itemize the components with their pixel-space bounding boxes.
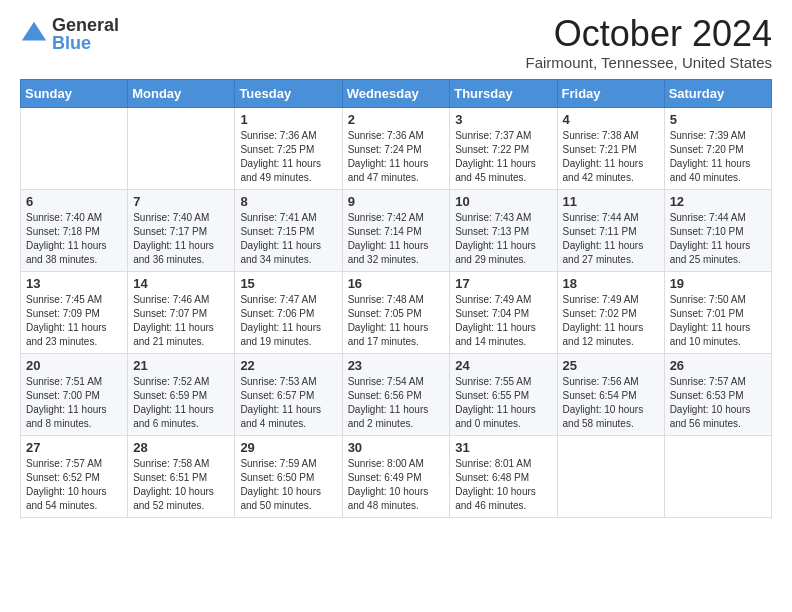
day-detail: Sunrise: 7:40 AM Sunset: 7:18 PM Dayligh… [26,211,122,267]
day-detail: Sunrise: 7:39 AM Sunset: 7:20 PM Dayligh… [670,129,766,185]
day-detail: Sunrise: 7:36 AM Sunset: 7:25 PM Dayligh… [240,129,336,185]
calendar-day-cell: 29Sunrise: 7:59 AM Sunset: 6:50 PM Dayli… [235,436,342,518]
day-header-monday: Monday [128,80,235,108]
page-header: General Blue October 2024 Fairmount, Ten… [20,16,772,71]
day-header-tuesday: Tuesday [235,80,342,108]
calendar-day-cell: 1Sunrise: 7:36 AM Sunset: 7:25 PM Daylig… [235,108,342,190]
calendar-week-row: 27Sunrise: 7:57 AM Sunset: 6:52 PM Dayli… [21,436,772,518]
location-subtitle: Fairmount, Tennessee, United States [525,54,772,71]
logo-general-text: General [52,16,119,34]
day-number: 30 [348,440,445,455]
calendar-day-cell: 21Sunrise: 7:52 AM Sunset: 6:59 PM Dayli… [128,354,235,436]
day-number: 12 [670,194,766,209]
day-number: 22 [240,358,336,373]
day-header-saturday: Saturday [664,80,771,108]
day-detail: Sunrise: 7:55 AM Sunset: 6:55 PM Dayligh… [455,375,551,431]
calendar-day-cell: 7Sunrise: 7:40 AM Sunset: 7:17 PM Daylig… [128,190,235,272]
calendar-header-row: SundayMondayTuesdayWednesdayThursdayFrid… [21,80,772,108]
day-number: 16 [348,276,445,291]
calendar-day-cell: 12Sunrise: 7:44 AM Sunset: 7:10 PM Dayli… [664,190,771,272]
calendar-day-cell: 5Sunrise: 7:39 AM Sunset: 7:20 PM Daylig… [664,108,771,190]
day-number: 6 [26,194,122,209]
day-detail: Sunrise: 7:57 AM Sunset: 6:52 PM Dayligh… [26,457,122,513]
day-detail: Sunrise: 7:41 AM Sunset: 7:15 PM Dayligh… [240,211,336,267]
day-detail: Sunrise: 7:45 AM Sunset: 7:09 PM Dayligh… [26,293,122,349]
day-number: 10 [455,194,551,209]
day-detail: Sunrise: 7:49 AM Sunset: 7:04 PM Dayligh… [455,293,551,349]
calendar-day-cell: 2Sunrise: 7:36 AM Sunset: 7:24 PM Daylig… [342,108,450,190]
day-number: 26 [670,358,766,373]
day-header-wednesday: Wednesday [342,80,450,108]
day-detail: Sunrise: 7:54 AM Sunset: 6:56 PM Dayligh… [348,375,445,431]
logo: General Blue [20,16,119,52]
month-year-title: October 2024 [525,16,772,52]
calendar-table: SundayMondayTuesdayWednesdayThursdayFrid… [20,79,772,518]
calendar-day-cell: 26Sunrise: 7:57 AM Sunset: 6:53 PM Dayli… [664,354,771,436]
calendar-day-cell: 31Sunrise: 8:01 AM Sunset: 6:48 PM Dayli… [450,436,557,518]
day-header-sunday: Sunday [21,80,128,108]
day-detail: Sunrise: 8:01 AM Sunset: 6:48 PM Dayligh… [455,457,551,513]
calendar-day-cell: 11Sunrise: 7:44 AM Sunset: 7:11 PM Dayli… [557,190,664,272]
calendar-day-cell: 13Sunrise: 7:45 AM Sunset: 7:09 PM Dayli… [21,272,128,354]
day-number: 27 [26,440,122,455]
day-number: 8 [240,194,336,209]
calendar-week-row: 6Sunrise: 7:40 AM Sunset: 7:18 PM Daylig… [21,190,772,272]
calendar-week-row: 1Sunrise: 7:36 AM Sunset: 7:25 PM Daylig… [21,108,772,190]
calendar-day-cell [21,108,128,190]
day-detail: Sunrise: 7:36 AM Sunset: 7:24 PM Dayligh… [348,129,445,185]
calendar-day-cell: 3Sunrise: 7:37 AM Sunset: 7:22 PM Daylig… [450,108,557,190]
day-number: 2 [348,112,445,127]
calendar-day-cell: 20Sunrise: 7:51 AM Sunset: 7:00 PM Dayli… [21,354,128,436]
day-detail: Sunrise: 7:53 AM Sunset: 6:57 PM Dayligh… [240,375,336,431]
calendar-day-cell: 15Sunrise: 7:47 AM Sunset: 7:06 PM Dayli… [235,272,342,354]
calendar-day-cell: 9Sunrise: 7:42 AM Sunset: 7:14 PM Daylig… [342,190,450,272]
calendar-day-cell: 30Sunrise: 8:00 AM Sunset: 6:49 PM Dayli… [342,436,450,518]
day-detail: Sunrise: 7:48 AM Sunset: 7:05 PM Dayligh… [348,293,445,349]
day-detail: Sunrise: 7:37 AM Sunset: 7:22 PM Dayligh… [455,129,551,185]
day-detail: Sunrise: 7:50 AM Sunset: 7:01 PM Dayligh… [670,293,766,349]
day-number: 7 [133,194,229,209]
calendar-day-cell: 28Sunrise: 7:58 AM Sunset: 6:51 PM Dayli… [128,436,235,518]
day-detail: Sunrise: 8:00 AM Sunset: 6:49 PM Dayligh… [348,457,445,513]
calendar-day-cell: 16Sunrise: 7:48 AM Sunset: 7:05 PM Dayli… [342,272,450,354]
day-detail: Sunrise: 7:59 AM Sunset: 6:50 PM Dayligh… [240,457,336,513]
day-number: 29 [240,440,336,455]
svg-marker-0 [22,22,46,41]
day-number: 5 [670,112,766,127]
day-detail: Sunrise: 7:38 AM Sunset: 7:21 PM Dayligh… [563,129,659,185]
calendar-week-row: 13Sunrise: 7:45 AM Sunset: 7:09 PM Dayli… [21,272,772,354]
calendar-day-cell: 19Sunrise: 7:50 AM Sunset: 7:01 PM Dayli… [664,272,771,354]
day-number: 23 [348,358,445,373]
day-header-thursday: Thursday [450,80,557,108]
day-number: 28 [133,440,229,455]
day-number: 17 [455,276,551,291]
day-detail: Sunrise: 7:51 AM Sunset: 7:00 PM Dayligh… [26,375,122,431]
day-number: 11 [563,194,659,209]
calendar-day-cell: 8Sunrise: 7:41 AM Sunset: 7:15 PM Daylig… [235,190,342,272]
calendar-day-cell [664,436,771,518]
day-header-friday: Friday [557,80,664,108]
day-number: 14 [133,276,229,291]
day-number: 4 [563,112,659,127]
day-detail: Sunrise: 7:57 AM Sunset: 6:53 PM Dayligh… [670,375,766,431]
day-detail: Sunrise: 7:43 AM Sunset: 7:13 PM Dayligh… [455,211,551,267]
day-number: 15 [240,276,336,291]
logo-icon [20,20,48,48]
calendar-day-cell: 10Sunrise: 7:43 AM Sunset: 7:13 PM Dayli… [450,190,557,272]
title-block: October 2024 Fairmount, Tennessee, Unite… [525,16,772,71]
day-detail: Sunrise: 7:42 AM Sunset: 7:14 PM Dayligh… [348,211,445,267]
calendar-day-cell: 22Sunrise: 7:53 AM Sunset: 6:57 PM Dayli… [235,354,342,436]
calendar-day-cell: 14Sunrise: 7:46 AM Sunset: 7:07 PM Dayli… [128,272,235,354]
day-number: 1 [240,112,336,127]
day-number: 21 [133,358,229,373]
day-detail: Sunrise: 7:47 AM Sunset: 7:06 PM Dayligh… [240,293,336,349]
logo-text: General Blue [52,16,119,52]
day-number: 24 [455,358,551,373]
logo-blue-text: Blue [52,34,119,52]
calendar-day-cell: 18Sunrise: 7:49 AM Sunset: 7:02 PM Dayli… [557,272,664,354]
day-detail: Sunrise: 7:40 AM Sunset: 7:17 PM Dayligh… [133,211,229,267]
calendar-day-cell: 25Sunrise: 7:56 AM Sunset: 6:54 PM Dayli… [557,354,664,436]
day-number: 13 [26,276,122,291]
day-number: 9 [348,194,445,209]
day-detail: Sunrise: 7:44 AM Sunset: 7:11 PM Dayligh… [563,211,659,267]
